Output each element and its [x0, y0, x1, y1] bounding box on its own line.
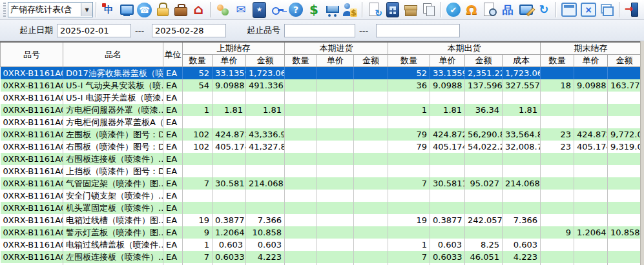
date-from-input[interactable] — [57, 24, 131, 37]
cell: 警示灯盖板（喷漆件）图... — [63, 226, 163, 239]
cell — [317, 165, 354, 177]
table-row[interactable]: 0XRX-B1161A0...方电柜伺服器外罩盖板A（...EA — [1, 116, 641, 128]
cell: 0XRX-B1161A0... — [1, 67, 63, 80]
table-row[interactable]: 0XRX-B1161A0...右围板（喷漆件）图号：D...EA102405.1… — [1, 141, 641, 153]
col-header-qty[interactable]: 数量 — [541, 55, 574, 67]
cell: 电箱过线槽（喷漆件）图... — [63, 214, 163, 226]
table-row[interactable]: 0XRX-B1161A0...U5-I 气动夹具安装板（喷...EA549.09… — [1, 79, 641, 92]
cell — [317, 202, 354, 214]
monitor-edit-icon[interactable] — [517, 1, 534, 18]
col-header-amount[interactable]: 金额 — [246, 55, 285, 67]
col-header-name[interactable]: 品名 — [63, 42, 163, 67]
toolbar-gripper[interactable] — [3, 3, 6, 17]
col-header-cost[interactable]: 成本 — [503, 55, 541, 67]
cell: 0XRX-B1161A0... — [1, 165, 63, 177]
table-row[interactable]: 0XRX-B1161A0...左围板（喷漆件）图号：D...EA102424.8… — [1, 128, 641, 141]
archive-box-icon[interactable] — [402, 1, 419, 18]
table-row[interactable]: 0XRX-B1161A0...安全门锁支架（喷漆件）...EA — [1, 190, 641, 202]
help-icon[interactable]: ? — [289, 3, 303, 17]
col-header-price[interactable]: 单价 — [574, 55, 608, 67]
chevron-down-icon[interactable]: ▼ — [81, 3, 92, 16]
table-row[interactable]: 0XRX-B1161A0...电箱过线槽盖板（喷漆件...EA10.6030.6… — [1, 239, 641, 251]
table-row[interactable]: 0XRX-B1161A0...方电柜伺服器外罩（喷漆...EA11.811.81… — [1, 104, 641, 116]
phone-icon[interactable]: ☎ — [137, 3, 152, 17]
table-row[interactable]: 0XRX-B1161A0...U5-I 电源开关盖板（喷漆...EA — [1, 92, 641, 104]
data-transfer-icon[interactable]: 中 — [100, 1, 117, 18]
cell — [541, 165, 574, 177]
col-header-amount[interactable]: 金额 — [465, 55, 503, 67]
table-row[interactable]: 0XRX-B1161A0...电箱过线槽（喷漆件）图...EA190.38777… — [1, 214, 641, 226]
cell: 424.872 — [430, 128, 465, 141]
filter-bar: 起止日期 --- 起止品号 --- — [0, 20, 644, 41]
cell: 19 — [388, 214, 430, 226]
cell — [285, 202, 317, 214]
cell — [285, 141, 317, 153]
lock-key-icon[interactable] — [154, 1, 171, 18]
refresh-icon[interactable]: ↻ — [535, 1, 552, 18]
cell: 右围板（喷漆件）图号：D... — [63, 141, 163, 153]
col-header-price[interactable]: 单价 — [317, 55, 354, 67]
table-row[interactable]: 0XRX-B1161A0...右围板连接板（喷漆件）...EA — [1, 153, 641, 165]
cell — [285, 92, 317, 104]
exit-icon[interactable]: → — [623, 1, 640, 18]
close-window-icon[interactable]: × — [581, 3, 596, 17]
copy-icon[interactable] — [421, 1, 437, 18]
notebook-icon[interactable]: ★ — [253, 2, 266, 18]
report-table-area: 品号 品名 单位 上期结存 本期进货 本期出货 期末结存 数量 单价 金额 数量… — [0, 41, 644, 265]
table-row[interactable]: 0XRX-B1161A0...气管固定架（喷漆件）图...EA730.58112… — [1, 177, 641, 190]
cart-icon[interactable] — [324, 1, 340, 18]
cell — [574, 214, 608, 226]
col-header-qty[interactable]: 数量 — [388, 55, 430, 67]
cell: 10.858 — [608, 226, 641, 239]
home-icon[interactable]: ⌂ — [190, 1, 207, 18]
key-icon[interactable] — [269, 1, 286, 18]
col-header-amount[interactable]: 金额 — [608, 55, 641, 67]
users-icon[interactable] — [214, 1, 231, 18]
item-to-input[interactable] — [376, 24, 460, 37]
org-chart-icon[interactable]: 品 — [499, 1, 516, 18]
icon-glyph: → — [625, 4, 633, 14]
toolbox-icon[interactable] — [172, 1, 189, 18]
cell: 安全门锁支架（喷漆件）... — [63, 190, 163, 202]
col-header-qty[interactable]: 数量 — [285, 55, 317, 67]
cell — [317, 79, 354, 92]
date-to-input[interactable] — [152, 24, 226, 37]
cell: 0XRX-B1161A0... — [1, 92, 63, 104]
window-icon[interactable] — [561, 3, 577, 17]
check-icon[interactable]: ✔ — [446, 3, 461, 17]
computer-icon[interactable] — [118, 1, 135, 18]
cell — [388, 226, 430, 239]
col-header-price[interactable]: 单价 — [213, 55, 246, 67]
table-row[interactable]: 0XRX-B1161A0...左围板连接板（喷漆件）...EA70.60334.… — [1, 251, 641, 263]
item-from-input[interactable] — [284, 24, 355, 37]
table-row[interactable]: 0XRX-B1161A0...警示灯盖板（喷漆件）图...EA91.206410… — [1, 226, 641, 239]
toolbar-separator — [96, 2, 97, 17]
report-type-dropdown[interactable]: 产销存统计表(含 ▼ — [8, 2, 93, 17]
cell: 405.1747 — [574, 141, 608, 153]
cell — [285, 239, 317, 251]
cell: U5-I 电源开关盖板（喷漆... — [63, 92, 163, 104]
group-header-prev-balance: 上期结存 — [183, 42, 285, 55]
cell — [388, 92, 430, 104]
col-header-qty[interactable]: 数量 — [183, 55, 213, 67]
cell — [541, 116, 574, 128]
table-row[interactable]: 0XRX-B1161A0...D017油雾收集器盖板（喷...EA5233.13… — [1, 67, 641, 80]
table-row[interactable]: 0XRX-B1161A0...上挡板（喷漆件）图号：D...EA — [1, 165, 641, 177]
user-dollar-icon[interactable]: $ — [342, 1, 358, 18]
dollar-icon[interactable]: $ — [306, 1, 322, 18]
cell — [183, 165, 213, 177]
cell: EA — [163, 251, 183, 263]
mail-icon[interactable]: ✉ — [233, 1, 249, 18]
col-header-price[interactable]: 单价 — [430, 55, 465, 67]
col-header-unit[interactable]: 单位 — [163, 42, 183, 67]
col-header-code[interactable]: 品号 — [1, 42, 63, 67]
bell-icon[interactable]: Ω — [463, 1, 480, 18]
report-refresh-icon[interactable]: ↻ — [366, 1, 383, 18]
col-header-amount[interactable]: 金额 — [354, 55, 388, 67]
cell: 9 — [541, 226, 574, 239]
table-row[interactable]: 0XRX-B1161A0...机头罩固定板（喷漆件）...EA — [1, 202, 641, 214]
vertical-scrollbar[interactable] — [640, 41, 644, 265]
cascade-windows-icon[interactable] — [599, 1, 616, 18]
search-document-icon[interactable] — [481, 1, 498, 18]
calculator-icon[interactable] — [386, 2, 399, 17]
